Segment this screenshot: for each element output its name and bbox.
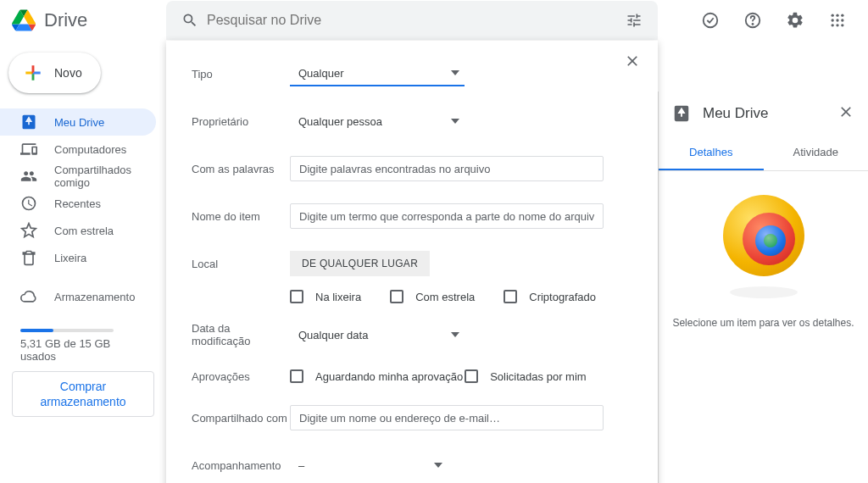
close-icon[interactable] — [624, 53, 641, 73]
plus-icon — [22, 62, 44, 84]
shared-with-input[interactable] — [290, 405, 604, 430]
details-title: Meu Drive — [703, 105, 826, 122]
nav-trash[interactable]: Lixeira — [0, 244, 156, 271]
logo-area[interactable]: Drive — [7, 8, 166, 32]
details-panel: Meu Drive Detalhes Atividade Selecione u… — [658, 92, 868, 483]
words-label: Com as palavras — [192, 163, 290, 175]
nav-computers[interactable]: Computadores — [0, 136, 156, 163]
search-bar[interactable] — [166, 1, 658, 40]
buy-storage-button[interactable]: Comprar armazenamento — [12, 371, 154, 417]
main-area: Tipo Qualquer Proprietário Qualquer pess… — [166, 41, 658, 483]
clock-icon — [20, 195, 37, 212]
chk-awaiting-approval[interactable]: Aguardando minha aprovação — [290, 369, 463, 383]
app-header: Drive — [0, 0, 868, 41]
chk-encrypted[interactable]: Criptografado — [504, 290, 596, 303]
owner-select[interactable]: Qualquer pessoa — [290, 108, 465, 134]
nav-shared[interactable]: Compartilhados comigo — [0, 163, 156, 190]
tune-icon[interactable] — [617, 12, 651, 29]
tab-details[interactable]: Detalhes — [659, 136, 764, 170]
type-select[interactable]: Qualquer — [290, 61, 465, 86]
storage-section: 5,31 GB de 15 GB usados — [0, 310, 166, 363]
svg-point-5 — [841, 14, 843, 17]
drive-icon — [20, 114, 37, 130]
item-name-label: Nome do item — [192, 210, 290, 223]
illustration-shadow — [730, 286, 798, 298]
svg-point-6 — [832, 19, 834, 21]
nav-recent[interactable]: Recentes — [0, 190, 156, 217]
details-illustration — [721, 193, 806, 278]
location-button[interactable]: DE QUALQUER LUGAR — [290, 251, 430, 276]
header-actions — [693, 3, 854, 37]
approvals-label: Aprovações — [192, 370, 290, 383]
sidebar: Novo Meu Drive Computadores Compartilhad… — [0, 41, 166, 483]
nav-storage[interactable]: Armazenamento — [0, 283, 156, 310]
svg-point-0 — [704, 14, 718, 28]
chevron-down-icon — [451, 119, 459, 124]
star-icon — [20, 222, 37, 239]
chk-requested-by-me[interactable]: Solicitadas por mim — [465, 369, 586, 383]
storage-text: 5,31 GB de 15 GB usados — [20, 337, 146, 363]
svg-point-9 — [832, 24, 834, 26]
svg-point-4 — [836, 14, 838, 17]
settings-icon[interactable] — [778, 3, 812, 37]
item-name-input[interactable] — [290, 203, 604, 229]
chevron-down-icon — [434, 463, 442, 468]
new-button-label: Novo — [54, 66, 82, 80]
nav-list: Meu Drive Computadores Compartilhados co… — [0, 108, 166, 310]
modified-select[interactable]: Qualquer data — [290, 322, 465, 347]
modified-label: Data da modificação — [192, 322, 290, 347]
svg-point-2 — [752, 24, 753, 25]
offline-ready-icon[interactable] — [693, 3, 727, 37]
nav-starred[interactable]: Com estrela — [0, 217, 156, 244]
chevron-down-icon — [451, 332, 459, 337]
storage-bar — [20, 329, 114, 332]
drive-icon — [672, 104, 691, 123]
drive-logo-icon — [12, 8, 36, 32]
cloud-icon — [20, 288, 37, 305]
chk-trash[interactable]: Na lixeira — [290, 290, 361, 303]
nav-my-drive[interactable]: Meu Drive — [0, 108, 156, 136]
tab-activity[interactable]: Atividade — [764, 136, 869, 170]
details-empty-text: Selecione um item para ver os detalhes. — [670, 317, 856, 329]
type-label: Tipo — [192, 68, 290, 80]
followup-select[interactable]: – — [290, 452, 448, 478]
location-label: Local — [192, 258, 290, 270]
help-icon[interactable] — [736, 3, 770, 37]
checkbox-row: Na lixeira Com estrela Criptografado — [290, 290, 632, 303]
app-name: Drive — [44, 9, 87, 31]
svg-point-3 — [832, 14, 834, 17]
svg-point-8 — [841, 19, 843, 21]
chk-starred[interactable]: Com estrela — [390, 290, 475, 303]
svg-point-10 — [836, 24, 838, 26]
search-input[interactable] — [207, 13, 617, 28]
devices-icon — [20, 141, 37, 158]
search-icon[interactable] — [173, 12, 207, 29]
chevron-down-icon — [451, 70, 459, 75]
apps-icon[interactable] — [821, 3, 854, 37]
followup-label: Acompanhamento — [192, 459, 290, 472]
svg-point-7 — [836, 19, 838, 21]
people-icon — [20, 168, 37, 185]
close-icon[interactable] — [837, 103, 854, 124]
words-input[interactable] — [290, 156, 604, 181]
trash-icon — [20, 249, 37, 266]
owner-label: Proprietário — [192, 115, 290, 128]
new-button[interactable]: Novo — [8, 53, 101, 93]
advanced-search-panel: Tipo Qualquer Proprietário Qualquer pess… — [166, 41, 658, 483]
shared-with-label: Compartilhado com — [192, 412, 290, 425]
svg-point-11 — [841, 24, 843, 26]
